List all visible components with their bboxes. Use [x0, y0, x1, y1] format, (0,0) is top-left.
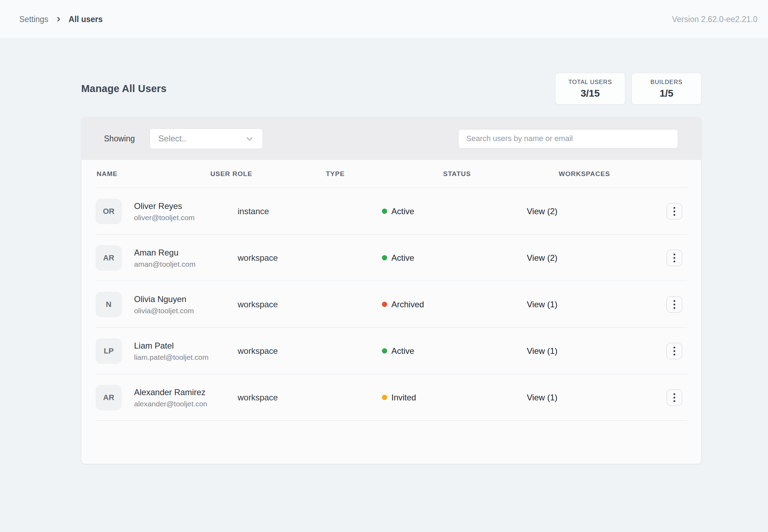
user-name: Liam Patel: [134, 341, 209, 350]
row-actions-kebab-button[interactable]: [666, 250, 682, 266]
status-text: Active: [391, 346, 414, 356]
view-workspaces-link[interactable]: View (1): [527, 346, 558, 356]
user-role: instance: [238, 206, 269, 216]
chevron-down-icon: [244, 133, 255, 144]
table-header: NAMEUSER ROLETYPESTATUSWORKSPACES: [82, 160, 701, 188]
table-row: AR Aman Regu aman@tooljet.com workspace …: [82, 234, 701, 281]
user-identity: Liam Patel liam.patel@tooljet.com: [134, 341, 209, 361]
status-badge: Active: [382, 346, 414, 356]
users-card: Showing Select.. NAMEUSER ROLETYPESTATUS…: [81, 117, 701, 464]
search-input[interactable]: [458, 129, 678, 148]
kebab-dot-icon: [673, 307, 675, 309]
user-name: Olivia Nguyen: [134, 294, 194, 304]
user-email: oliver@tooljet.com: [134, 213, 195, 222]
status-dot-icon: [382, 348, 387, 354]
row-actions-kebab-button[interactable]: [666, 296, 682, 313]
builders-label: BUILDERS: [650, 79, 682, 86]
builders-card: BUILDERS 1/5: [631, 73, 701, 105]
view-workspaces-link[interactable]: View (2): [527, 206, 558, 216]
user-table-body: OR Oliver Reyes oliver@tooljet.com insta…: [82, 188, 701, 421]
user-email: liam.patel@tooljet.com: [134, 353, 209, 361]
kebab-dot-icon: [673, 257, 675, 259]
chevron-right-icon: [55, 15, 62, 23]
user-email: aman@tooljet.com: [134, 260, 195, 268]
breadcrumb: Settings All users: [19, 15, 103, 24]
status-dot-icon: [382, 255, 387, 260]
user-email: alexander@tooljet.con: [134, 399, 207, 408]
view-workspaces-link[interactable]: View (1): [527, 393, 558, 402]
status-badge: Archived: [382, 300, 424, 309]
kebab-dot-icon: [673, 393, 675, 395]
user-name: Aman Regu: [134, 247, 195, 257]
user-identity: Oliver Reyes oliver@tooljet.com: [134, 201, 195, 222]
status-text: Invited: [391, 393, 416, 402]
status-text: Active: [391, 206, 414, 216]
user-role: workspace: [238, 346, 278, 356]
column-header-user-role: USER ROLE: [210, 170, 252, 178]
stat-cards: TOTAL USERS 3/15 BUILDERS 1/5: [555, 73, 701, 105]
column-header-type: TYPE: [326, 170, 345, 178]
kebab-dot-icon: [673, 210, 675, 212]
total-users-card: TOTAL USERS 3/15: [555, 73, 625, 105]
user-identity: Aman Regu aman@tooljet.com: [134, 247, 195, 268]
user-name: Alexander Ramirez: [134, 387, 207, 397]
status-filter-select[interactable]: Select..: [149, 128, 263, 149]
user-role: workspace: [238, 253, 278, 263]
avatar: OR: [96, 198, 122, 224]
row-actions-kebab-button[interactable]: [666, 343, 682, 359]
avatar: AR: [96, 245, 122, 271]
row-actions-kebab-button[interactable]: [666, 203, 682, 219]
kebab-dot-icon: [673, 397, 675, 398]
table-row: AR Alexander Ramirez alexander@tooljet.c…: [82, 374, 701, 421]
view-workspaces-link[interactable]: View (2): [527, 253, 558, 263]
status-text: Active: [391, 253, 414, 263]
column-header-status: STATUS: [443, 170, 471, 178]
kebab-dot-icon: [673, 214, 675, 216]
status-text: Archived: [391, 300, 424, 309]
column-header-workspaces: WORKSPACES: [559, 170, 610, 178]
kebab-dot-icon: [673, 354, 675, 355]
builders-value: 1/5: [660, 88, 673, 99]
avatar: N: [96, 292, 122, 317]
row-actions-kebab-button[interactable]: [666, 389, 682, 406]
column-header-name: NAME: [97, 170, 118, 178]
user-identity: Alexander Ramirez alexander@tooljet.con: [134, 387, 207, 408]
row-divider: [96, 420, 687, 421]
user-name: Oliver Reyes: [134, 201, 195, 211]
kebab-dot-icon: [673, 207, 675, 209]
select-placeholder: Select..: [158, 134, 186, 144]
user-role: workspace: [238, 300, 278, 309]
status-dot-icon: [382, 209, 387, 214]
status-badge: Active: [382, 253, 414, 263]
avatar: AR: [96, 385, 122, 410]
filter-bar: Showing Select..: [82, 117, 701, 160]
table-row: N Olivia Nguyen olivia@tooljet.com works…: [82, 281, 701, 328]
showing-label: Showing: [104, 134, 135, 144]
user-identity: Olivia Nguyen olivia@tooljet.com: [134, 294, 194, 315]
total-users-label: TOTAL USERS: [568, 79, 612, 86]
user-role: workspace: [238, 393, 278, 402]
status-dot-icon: [382, 395, 387, 400]
status-badge: Invited: [382, 393, 416, 402]
avatar: LP: [96, 338, 122, 364]
kebab-dot-icon: [673, 253, 675, 255]
breadcrumb-current: All users: [69, 15, 103, 24]
total-users-value: 3/15: [581, 88, 600, 99]
kebab-dot-icon: [673, 346, 675, 348]
kebab-dot-icon: [673, 303, 675, 305]
breadcrumb-settings[interactable]: Settings: [19, 15, 48, 24]
top-bar: Settings All users Version 2.62.0-ee2.21…: [0, 0, 768, 39]
table-row: OR Oliver Reyes oliver@tooljet.com insta…: [82, 188, 701, 234]
page-title: Manage All Users: [81, 83, 167, 94]
user-email: olivia@tooljet.com: [134, 306, 194, 315]
status-badge: Active: [382, 206, 414, 216]
table-row: LP Liam Patel liam.patel@tooljet.com wor…: [82, 328, 701, 374]
kebab-dot-icon: [673, 260, 675, 262]
kebab-dot-icon: [673, 350, 675, 352]
version-label: Version 2.62.0-ee2.21.0: [672, 15, 757, 24]
kebab-dot-icon: [673, 400, 675, 402]
kebab-dot-icon: [673, 300, 675, 302]
status-dot-icon: [382, 302, 387, 307]
page-content: Manage All Users TOTAL USERS 3/15 BUILDE…: [0, 39, 768, 464]
view-workspaces-link[interactable]: View (1): [527, 300, 558, 309]
